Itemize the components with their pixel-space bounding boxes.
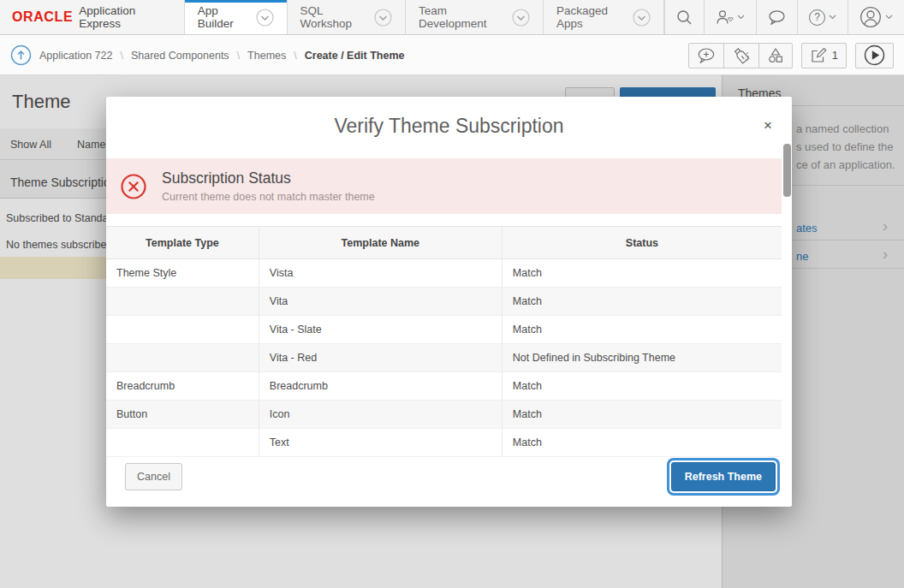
verify-theme-subscription-dialog: Verify Theme Subscription × Subscription… — [106, 97, 792, 507]
oracle-logo: ORACLE — [12, 9, 73, 25]
column-header-template-name: Template Name — [259, 227, 502, 259]
table-cell-type: Button — [106, 401, 259, 429]
table-cell-name: Vita — [259, 288, 502, 316]
table-cell-type — [106, 344, 259, 372]
table-cell-status: Match — [502, 288, 782, 316]
breadcrumb-bar: Application 722 \ Shared Components \ Th… — [0, 36, 904, 75]
table-row: Vita Match — [106, 288, 782, 316]
table-row: Vita - Red Not Defined in Subscribing Th… — [106, 344, 782, 372]
cancel-button[interactable]: Cancel — [125, 463, 182, 490]
brand-logo[interactable]: ORACLE Application Express — [0, 0, 184, 34]
caret-down-icon — [885, 15, 893, 20]
shared-components-button[interactable] — [758, 43, 793, 68]
edit-page-number: 1 — [832, 49, 838, 62]
verification-table: Template Type Template Name Status Theme… — [106, 226, 782, 457]
tab-label: Packaged Apps — [556, 4, 625, 30]
alert-message: Current theme does not match master them… — [162, 191, 375, 203]
breadcrumb-shared-components[interactable]: Shared Components — [131, 50, 229, 62]
column-header-status: Status — [502, 227, 782, 259]
subscription-status-alert: Subscription Status Current theme does n… — [106, 158, 782, 214]
breadcrumb-separator: \ — [120, 50, 122, 62]
breadcrumb-themes[interactable]: Themes — [247, 50, 286, 62]
chevron-down-circle-icon — [512, 9, 530, 27]
edit-page-button[interactable]: 1 — [801, 43, 847, 68]
feedback-button[interactable] — [688, 43, 724, 68]
table-row: Theme Style Vista Match — [106, 259, 782, 288]
flashlight-icon — [732, 46, 751, 65]
advisor-button[interactable] — [723, 43, 759, 68]
run-application-button[interactable] — [855, 43, 894, 68]
table-row: Button Icon Match — [106, 401, 782, 429]
help-menu-button[interactable]: ? — [797, 0, 848, 34]
top-navbar: ORACLE Application Express App Builder S… — [0, 0, 904, 35]
page-toolbar: 1 — [688, 43, 894, 68]
table-row: Text Match — [106, 429, 782, 457]
feedback-chat-button[interactable] — [756, 0, 797, 34]
breadcrumb-separator: \ — [237, 50, 240, 62]
table-cell-name: Vita - Red — [259, 344, 502, 372]
caret-down-icon — [737, 15, 745, 20]
table-cell-name: Vita - Slate — [259, 316, 502, 344]
table-row: Breadcrumb Breadcrumb Match — [106, 372, 782, 401]
product-name: Application Express — [79, 4, 162, 30]
breadcrumb: Application 722 \ Shared Components \ Th… — [39, 50, 404, 62]
table-cell-name: Text — [259, 429, 502, 457]
table-header-row: Template Type Template Name Status — [106, 227, 782, 259]
table-cell-name: Breadcrumb — [259, 372, 502, 401]
column-header-template-type: Template Type — [106, 227, 259, 259]
dialog-title: Verify Theme Subscription — [106, 97, 792, 138]
shapes-icon — [767, 47, 784, 63]
table-cell-type — [106, 429, 259, 457]
chevron-down-circle-icon — [374, 9, 392, 27]
refresh-theme-button[interactable]: Refresh Theme — [671, 462, 776, 491]
utility-button-group — [688, 43, 793, 68]
alert-heading: Subscription Status — [162, 169, 375, 187]
tab-app-builder[interactable]: App Builder — [184, 0, 287, 34]
tab-label: Team Development — [419, 4, 504, 30]
search-button[interactable] — [664, 0, 704, 34]
administration-menu-button[interactable] — [704, 0, 756, 34]
chevron-down-circle-icon — [633, 9, 651, 27]
table-cell-status: Not Defined in Subscribing Theme — [502, 344, 782, 372]
breadcrumb-separator: \ — [294, 50, 296, 62]
table-cell-name: Icon — [259, 401, 502, 429]
up-level-icon[interactable] — [10, 45, 32, 66]
chevron-down-circle-icon — [256, 9, 274, 27]
user-account-menu-button[interactable] — [848, 0, 904, 34]
table-row: Vita - Slate Match — [106, 316, 782, 344]
table-cell-type: Breadcrumb — [106, 372, 259, 401]
table-cell-type: Theme Style — [106, 259, 259, 288]
help-icon: ? — [809, 9, 825, 26]
search-icon — [676, 9, 693, 26]
table-cell-type — [106, 288, 259, 316]
tab-packaged-apps[interactable]: Packaged Apps — [543, 0, 664, 34]
user-avatar-icon — [859, 6, 882, 28]
chat-bubble-icon — [768, 9, 786, 25]
breadcrumb-current-page: Create / Edit Theme — [305, 50, 405, 62]
table-cell-status: Match — [502, 259, 782, 288]
alert-text-block: Subscription Status Current theme does n… — [162, 169, 375, 203]
feedback-bubble-plus-icon — [697, 47, 716, 63]
error-circle-x-icon — [120, 173, 147, 200]
caret-down-icon — [829, 15, 836, 20]
table-cell-type — [106, 316, 259, 344]
close-icon[interactable]: × — [760, 115, 776, 136]
table-cell-status: Match — [502, 316, 782, 344]
tab-sql-workshop[interactable]: SQL Workshop — [287, 0, 405, 34]
modal-scrollbar-thumb[interactable] — [783, 144, 791, 197]
table-cell-name: Vista — [259, 259, 502, 288]
table-cell-status: Match — [502, 429, 782, 457]
edit-pencil-icon — [810, 47, 827, 64]
table-cell-status: Match — [502, 372, 782, 401]
play-icon — [864, 45, 885, 66]
dialog-header: Verify Theme Subscription × — [106, 97, 792, 158]
tab-label: SQL Workshop — [300, 4, 366, 30]
users-icon — [716, 9, 734, 25]
breadcrumb-application[interactable]: Application 722 — [39, 50, 112, 62]
tab-team-development[interactable]: Team Development — [405, 0, 543, 34]
dialog-footer: Cancel Refresh Theme — [125, 462, 780, 491]
table-cell-status: Match — [502, 401, 782, 429]
tab-label: App Builder — [198, 4, 248, 30]
